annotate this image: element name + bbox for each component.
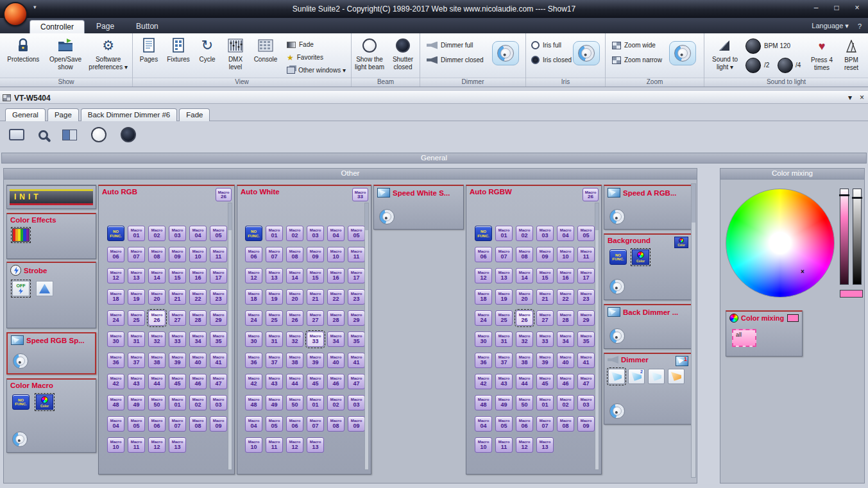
macro-button[interactable]: Macro03: [536, 226, 554, 241]
no-func-button[interactable]: NOFUNC.: [475, 226, 492, 241]
color-macro-knob[interactable]: [12, 432, 28, 447]
macro-button[interactable]: Macro32: [516, 332, 533, 347]
macro-button[interactable]: Macro07: [307, 416, 324, 432]
macro-button[interactable]: Macro24: [245, 310, 262, 326]
macro-button[interactable]: Macro09: [577, 416, 595, 432]
slider-thumb[interactable]: [839, 194, 849, 196]
window-tab[interactable]: Page: [47, 108, 79, 121]
macro-button[interactable]: Macro27: [536, 310, 554, 326]
macro-button[interactable]: Macro38: [516, 353, 533, 368]
macro-button[interactable]: Macro45: [169, 374, 186, 389]
macro-button[interactable]: Macro49: [266, 395, 283, 410]
iris-closed-button[interactable]: Iris closed: [531, 55, 572, 65]
macro-button[interactable]: Macro42: [107, 374, 124, 389]
macro-button[interactable]: Macro31: [266, 332, 283, 347]
macro-button[interactable]: Macro02: [189, 395, 207, 410]
macro-button[interactable]: Macro10: [327, 247, 345, 262]
macro-button[interactable]: Macro11: [495, 437, 513, 453]
strobe-off-button[interactable]: OFF: [12, 281, 30, 296]
macro-button[interactable]: Macro44: [148, 374, 166, 389]
macro-button[interactable]: Macro39: [169, 353, 186, 368]
macro-button[interactable]: Macro33: [169, 332, 186, 347]
macro-button[interactable]: Macro02: [557, 395, 574, 410]
saturation-slider[interactable]: [840, 189, 849, 285]
macro-button[interactable]: Macro15: [169, 268, 186, 283]
macro-button[interactable]: Macro43: [128, 374, 145, 389]
macro-button[interactable]: Macro06: [475, 247, 492, 262]
macro-button[interactable]: Macro11: [210, 247, 227, 262]
macro-button[interactable]: Macro01: [169, 395, 186, 410]
dimmer-group-knob[interactable]: [609, 403, 625, 419]
dimmer-beam-button[interactable]: [648, 369, 665, 384]
macro-button[interactable]: Macro49: [128, 395, 145, 410]
macro-button[interactable]: Macro09: [169, 247, 186, 262]
macro-button[interactable]: Macro05: [210, 226, 227, 241]
macro-button[interactable]: Macro14: [148, 268, 166, 283]
macro-button[interactable]: Macro21: [307, 289, 324, 305]
macro-button[interactable]: Macro14: [286, 268, 303, 283]
macro-button[interactable]: Macro33: [307, 332, 324, 347]
macro-button[interactable]: Macro16: [557, 268, 574, 283]
macro-scrollbar[interactable]: [595, 203, 599, 470]
macro-button[interactable]: Macro01: [266, 226, 283, 241]
macro-button[interactable]: Macro18: [475, 289, 492, 305]
dimmer-beam-button[interactable]: 2: [628, 369, 645, 384]
no-func-button[interactable]: NOFUNC.: [245, 226, 262, 241]
software-preferences-button[interactable]: ⚙ Software preferences ▾: [88, 37, 128, 71]
macro-button[interactable]: Macro08: [327, 416, 345, 432]
macro-button[interactable]: Macro04: [475, 416, 492, 432]
macro-button[interactable]: Macro18: [245, 289, 262, 305]
brightness-slider[interactable]: [853, 189, 862, 285]
speed-white-knob[interactable]: [379, 209, 395, 224]
minimize-button[interactable]: –: [808, 3, 824, 14]
macro-button[interactable]: Macro41: [348, 353, 365, 368]
dmx-level-button[interactable]: DMX level: [221, 37, 250, 76]
macro-button[interactable]: Macro03: [169, 226, 186, 241]
window-tab[interactable]: Back Dimmer Dimmer #6: [81, 108, 177, 121]
shutter-closed-button[interactable]: Shutter closed: [388, 37, 418, 71]
cycle-button[interactable]: ↻ Cycle: [194, 37, 220, 76]
macro-button[interactable]: Macro12: [148, 437, 166, 453]
macro-button[interactable]: Macro05: [495, 416, 513, 432]
background-color-button[interactable]: Color: [632, 249, 649, 265]
macro-button[interactable]: Macro05: [128, 416, 145, 432]
macro-button[interactable]: Macro05: [266, 416, 283, 432]
macro-button[interactable]: Macro10: [245, 437, 262, 453]
macro-button[interactable]: Macro26: [516, 310, 533, 326]
macro-button[interactable]: Macro07: [169, 416, 186, 432]
macro-button[interactable]: Macro04: [557, 226, 574, 241]
macro-button[interactable]: Macro20: [516, 289, 533, 305]
macro-button[interactable]: Macro07: [495, 247, 513, 262]
split-view-icon[interactable]: [62, 130, 77, 140]
macro-button[interactable]: Macro12: [245, 268, 262, 283]
macro-button[interactable]: Macro16: [189, 268, 207, 283]
macro-button[interactable]: Macro23: [577, 289, 595, 305]
macro-button[interactable]: Macro12: [475, 268, 492, 283]
macro-button[interactable]: Macro02: [516, 226, 533, 241]
macro-button[interactable]: Macro27: [169, 310, 186, 326]
zoom-narrow-button[interactable]: Zoom narrow: [612, 55, 662, 65]
macro-button[interactable]: Macro27: [307, 310, 324, 326]
macro-button[interactable]: Macro02: [148, 226, 166, 241]
maximize-button[interactable]: □: [828, 3, 845, 14]
macro-button[interactable]: Macro04: [189, 226, 207, 241]
macro-button[interactable]: Macro40: [327, 353, 345, 368]
dimmer-beam-button[interactable]: [608, 369, 625, 384]
macro-button[interactable]: Macro47: [210, 374, 227, 389]
window-close-button[interactable]: ×: [860, 93, 864, 102]
macro-button[interactable]: Macro48: [107, 395, 124, 410]
button-settings-icon[interactable]: [9, 129, 24, 140]
dimmer-closed-button[interactable]: Dimmer closed: [427, 55, 484, 65]
macro-button[interactable]: Macro42: [245, 374, 262, 389]
macro-button[interactable]: Macro35: [577, 332, 595, 347]
macro-button[interactable]: Macro19: [266, 289, 283, 305]
macro-button[interactable]: Macro40: [189, 353, 207, 368]
macro-button[interactable]: Macro07: [536, 416, 554, 432]
macro-button[interactable]: Macro01: [495, 226, 513, 241]
macro-button[interactable]: Macro13: [266, 268, 283, 283]
macro-button[interactable]: Macro32: [148, 332, 166, 347]
macro-button[interactable]: Macro08: [189, 416, 207, 432]
macro-button[interactable]: Macro20: [148, 289, 166, 305]
macro-button[interactable]: Macro46: [327, 374, 345, 389]
macro-button[interactable]: Macro19: [495, 289, 513, 305]
